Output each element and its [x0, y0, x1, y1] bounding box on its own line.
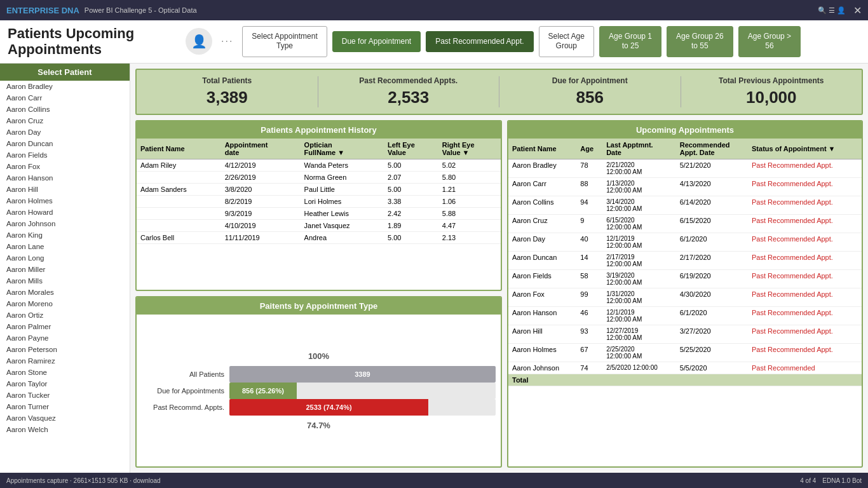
cell-left-eye: 2.07 — [384, 171, 438, 183]
list-item[interactable]: Aaron Cruz — [0, 115, 130, 126]
bar-label: Past Recommd. Appts. — [142, 403, 224, 411]
cell-patient-name — [137, 219, 221, 231]
table-row: 9/3/2019 Heather Lewis 2.42 5.88 — [137, 207, 501, 219]
list-item[interactable]: Aaron Ramirez — [0, 355, 130, 367]
cell-recommended-date: 6/1/2020 — [676, 233, 748, 251]
cell-status: Past Recommended Appt. — [748, 306, 862, 325]
list-item[interactable]: Aaron Stone — [0, 367, 130, 378]
left-column: Patients Appointment History Patient Nam… — [135, 120, 502, 468]
due-for-appointment-button[interactable]: Due for Appointment — [332, 31, 421, 53]
list-item[interactable]: Aaron Mills — [0, 275, 130, 287]
list-item[interactable]: Aaron Hill — [0, 184, 130, 195]
title-bar: ENTERPRISE DNA Power BI Challenge 5 - Op… — [0, 0, 868, 20]
bar-label: Due for Appointments — [142, 387, 224, 395]
table-row: Adam Sanders 3/8/2020 Paul Little 5.00 1… — [137, 183, 501, 195]
cell-recommended-date: 6/14/2020 — [676, 196, 748, 214]
cell-patient-name — [137, 195, 221, 207]
cell-status: Past Recommended Appt. — [748, 251, 862, 269]
list-item[interactable]: Aaron Morales — [0, 287, 130, 298]
cell-patient-name: Aaron Cruz — [508, 214, 576, 233]
kpi-divider-3 — [681, 76, 681, 107]
dots-menu[interactable]: ··· — [217, 34, 237, 48]
select-appointment-type-button[interactable]: Select AppointmentType — [242, 26, 327, 57]
cell-patient-name — [137, 171, 221, 183]
list-item[interactable]: Aaron Ortiz — [0, 309, 130, 321]
list-item[interactable]: Aaron Vasquez — [0, 412, 130, 424]
status-badge: Past Recommended Appt. — [752, 198, 833, 206]
close-button[interactable]: ✕ — [853, 4, 862, 17]
sidebar-header: Select Patient — [0, 64, 130, 81]
upcoming-col-recommended: RecommendedAppt. Date — [676, 139, 748, 159]
kpi-total-patients: Total Patients 3,389 — [147, 76, 308, 107]
upcoming-appointments-panel: Upcoming Appointments Patient Name Age L… — [507, 120, 863, 468]
cell-status: Past Recommended — [748, 362, 862, 374]
kpi-total-patients-label: Total Patients — [147, 76, 308, 85]
cell-age: 67 — [576, 343, 602, 362]
table-row: Aaron Hill 93 12/27/2019 12:00:00 AM 3/2… — [508, 325, 862, 343]
list-item[interactable]: Aaron Long — [0, 252, 130, 264]
cell-optician: Lori Holmes — [301, 195, 384, 207]
page-title: Patients UpcomingAppointments — [8, 25, 186, 58]
chart-bottom-pct: 74.7% — [142, 421, 496, 430]
list-item[interactable]: Aaron Lane — [0, 241, 130, 252]
list-item[interactable]: Aaron Carr — [0, 92, 130, 104]
bar-fill: 2533 (74.74%) — [229, 399, 428, 416]
appointment-history-scroll[interactable]: Patient Name Appointmentdate OpticianFul… — [137, 139, 501, 290]
table-row: Aaron Hanson 46 12/1/2019 12:00:00 AM 6/… — [508, 306, 862, 325]
cell-age: 78 — [576, 159, 602, 177]
list-item[interactable]: Aaron Moreno — [0, 298, 130, 309]
list-item[interactable]: Aaron Day — [0, 126, 130, 138]
cell-date: 3/8/2020 — [221, 183, 301, 195]
list-item[interactable]: Aaron Duncan — [0, 138, 130, 149]
select-age-group-button[interactable]: Select AgeGroup — [539, 26, 594, 57]
cell-left-eye: 1.89 — [384, 219, 438, 231]
list-item[interactable]: Aaron Bradley — [0, 81, 130, 92]
list-item[interactable]: Aaron Payne — [0, 332, 130, 344]
upcoming-appointments-scroll[interactable]: Patient Name Age Last Apptmnt.Date Recom… — [508, 139, 862, 466]
cell-patient-name: Carlos Bell — [137, 231, 221, 243]
sidebar: Select Patient Aaron BradleyAaron CarrAa… — [0, 64, 130, 473]
list-item[interactable]: Aaron Miller — [0, 264, 130, 275]
cell-patient-name: Aaron Fox — [508, 288, 576, 306]
list-item[interactable]: Aaron Tucker — [0, 390, 130, 401]
status-badge: Past Recommended Appt. — [752, 290, 833, 298]
page-indicator: 4 of 4 — [800, 477, 816, 484]
cell-last-appt: 1/31/2020 12:00:00 AM — [602, 288, 676, 306]
list-item[interactable]: Aaron Hanson — [0, 172, 130, 184]
status-badge: Past Recommended Appt. — [752, 309, 833, 316]
cell-status — [748, 374, 862, 386]
cell-status: Past Recommended Appt. — [748, 343, 862, 362]
list-item[interactable]: Aaron Welch — [0, 424, 130, 435]
cell-last-appt: 12/27/2019 12:00:00 AM — [602, 325, 676, 343]
list-item[interactable]: Aaron Holmes — [0, 195, 130, 207]
appointment-history-panel: Patients Appointment History Patient Nam… — [135, 120, 502, 292]
table-row: Aaron Cruz 9 6/15/2020 12:00:00 AM 6/15/… — [508, 214, 862, 233]
cell-recommended-date: 3/27/2020 — [676, 325, 748, 343]
past-recommended-appt-button[interactable]: Past Recommended Appt. — [426, 31, 533, 53]
list-item[interactable]: Aaron Johnson — [0, 218, 130, 229]
kpi-past-recommended-label: Past Recommended Appts. — [329, 76, 489, 85]
list-item[interactable]: Aaron Howard — [0, 207, 130, 218]
list-item[interactable]: Aaron Fox — [0, 161, 130, 172]
age-group-1-25-button[interactable]: Age Group 1to 25 — [599, 26, 661, 57]
table-row: Total — [508, 374, 862, 386]
age-group-26-55-button[interactable]: Age Group 26to 55 — [667, 26, 733, 57]
cell-date: 9/3/2019 — [221, 207, 301, 219]
list-item[interactable]: Aaron Peterson — [0, 344, 130, 355]
age-group-56-button[interactable]: Age Group >56 — [738, 26, 801, 57]
col-right-eye: Right EyeValue ▼ — [438, 139, 501, 159]
kpi-total-previous-value: 10,000 — [691, 88, 852, 107]
title-bar-right: 🔍 ☰ 👤 ✕ — [818, 4, 862, 17]
list-item[interactable]: Aaron Taylor — [0, 378, 130, 390]
main-content: Total Patients 3,389 Past Recommended Ap… — [130, 64, 868, 473]
cell-age: 46 — [576, 306, 602, 325]
cell-status: Past Recommended Appt. — [748, 159, 862, 177]
list-item[interactable]: Aaron Collins — [0, 104, 130, 115]
list-item[interactable]: Aaron King — [0, 229, 130, 241]
cell-patient-name: Aaron Collins — [508, 196, 576, 214]
list-item[interactable]: Aaron Fields — [0, 149, 130, 161]
list-item[interactable]: Aaron Palmer — [0, 321, 130, 332]
list-item[interactable]: Aaron Turner — [0, 401, 130, 412]
tables-row: Patients Appointment History Patient Nam… — [135, 120, 863, 468]
cell-patient-name: Aaron Hanson — [508, 306, 576, 325]
